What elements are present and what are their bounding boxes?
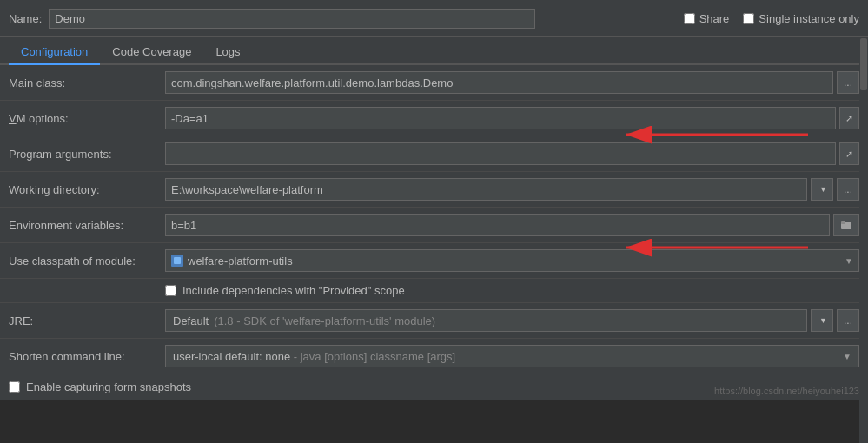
jre-label: JRE: bbox=[9, 314, 165, 327]
vm-options-input-wrap: ➚ bbox=[165, 107, 859, 129]
header-row: Name: Share Single instance only bbox=[0, 0, 868, 37]
share-checkbox[interactable] bbox=[684, 13, 695, 24]
program-args-input[interactable] bbox=[165, 142, 836, 165]
working-dir-browse-button[interactable]: ... bbox=[837, 178, 859, 201]
env-vars-row: Environment variables: bbox=[0, 208, 868, 243]
program-args-row: Program arguments: ➚ bbox=[0, 136, 868, 172]
name-input[interactable] bbox=[49, 9, 535, 29]
share-checkbox-group: Share bbox=[684, 12, 730, 25]
include-deps-label: Include dependencies with "Provided" sco… bbox=[182, 284, 405, 297]
program-args-expand-button[interactable]: ➚ bbox=[839, 142, 859, 165]
env-vars-input[interactable] bbox=[165, 214, 830, 236]
main-class-row: Main class: ... bbox=[0, 65, 868, 101]
classpath-module-name: welfare-platform-utils bbox=[188, 255, 840, 268]
shorten-cmd-input-wrap: user-local default: none - java [options… bbox=[165, 345, 859, 367]
enable-snapshots-checkbox[interactable] bbox=[9, 381, 20, 393]
working-dir-label: Working directory: bbox=[9, 183, 165, 196]
tab-logs[interactable]: Logs bbox=[203, 40, 252, 65]
share-label: Share bbox=[699, 12, 730, 25]
name-label: Name: bbox=[9, 12, 42, 25]
classpath-module-select[interactable]: welfare-platform-utils ▼ bbox=[165, 249, 859, 272]
shorten-cmd-label: Shorten command line: bbox=[9, 350, 165, 363]
tabs-row: Configuration Code Coverage Logs bbox=[0, 37, 868, 65]
include-deps-row: Include dependencies with "Provided" sco… bbox=[0, 279, 868, 303]
main-content: Main class: ... VM options: ➚ Program ar… bbox=[0, 65, 868, 400]
tab-code-coverage[interactable]: Code Coverage bbox=[100, 40, 203, 65]
enable-snapshots-label: Enable capturing form snapshots bbox=[26, 380, 191, 393]
env-vars-label: Environment variables: bbox=[9, 219, 165, 232]
vm-options-input[interactable] bbox=[165, 107, 836, 129]
shorten-cmd-select[interactable]: user-local default: none - java [options… bbox=[165, 345, 859, 367]
single-instance-checkbox-group: Single instance only bbox=[743, 12, 859, 25]
module-icon bbox=[171, 255, 183, 267]
working-dir-input-wrap: ... bbox=[165, 178, 859, 201]
classpath-dropdown-arrow-icon: ▼ bbox=[845, 256, 853, 266]
vm-options-expand-button[interactable]: ➚ bbox=[839, 107, 859, 129]
jre-hint-text: (1.8 - SDK of 'welfare-platform-utils' m… bbox=[214, 314, 435, 327]
jre-input-wrap: Default (1.8 - SDK of 'welfare-platform-… bbox=[165, 309, 859, 332]
main-class-input[interactable] bbox=[165, 71, 833, 94]
enable-snapshots-row: Enable capturing form snapshots https://… bbox=[0, 374, 868, 400]
vm-options-label: VM options: bbox=[9, 112, 165, 125]
shorten-cmd-row: Shorten command line: user-local default… bbox=[0, 339, 868, 374]
working-dir-input[interactable] bbox=[165, 178, 807, 201]
single-instance-checkbox[interactable] bbox=[743, 13, 754, 24]
jre-browse-button[interactable]: ... bbox=[837, 309, 859, 332]
classpath-input-wrap: welfare-platform-utils ▼ bbox=[165, 249, 859, 272]
main-class-label: Main class: bbox=[9, 76, 165, 89]
single-instance-label: Single instance only bbox=[759, 12, 859, 25]
jre-select[interactable]: Default (1.8 - SDK of 'welfare-platform-… bbox=[165, 309, 807, 332]
main-class-browse-button[interactable]: ... bbox=[837, 71, 859, 94]
working-dir-dropdown-button[interactable] bbox=[811, 178, 833, 201]
program-args-input-wrap: ➚ bbox=[165, 142, 859, 165]
shorten-cmd-dropdown-arrow-icon: ▼ bbox=[843, 352, 851, 361]
scrollbar-thumb[interactable] bbox=[860, 38, 867, 90]
shorten-cmd-text: user-local default: none - java [options… bbox=[173, 350, 843, 363]
program-args-label: Program arguments: bbox=[9, 148, 165, 161]
env-vars-folder-button[interactable] bbox=[833, 214, 859, 236]
vm-options-row: VM options: ➚ bbox=[0, 101, 868, 136]
scrollbar-track[interactable] bbox=[859, 37, 868, 443]
env-vars-input-wrap bbox=[165, 214, 859, 236]
jre-default-text: Default bbox=[173, 314, 209, 327]
main-class-input-wrap: ... bbox=[165, 71, 859, 94]
classpath-row: Use classpath of module: welfare-platfor… bbox=[0, 243, 868, 279]
jre-row: JRE: Default (1.8 - SDK of 'welfare-plat… bbox=[0, 303, 868, 339]
folder-icon bbox=[840, 219, 852, 231]
svg-rect-1 bbox=[841, 222, 845, 224]
include-deps-checkbox[interactable] bbox=[165, 285, 176, 296]
working-dir-row: Working directory: ... bbox=[0, 172, 868, 208]
jre-dropdown-button[interactable] bbox=[811, 309, 833, 332]
header-checkboxes: Share Single instance only bbox=[684, 12, 859, 25]
tab-configuration[interactable]: Configuration bbox=[9, 40, 100, 65]
classpath-label: Use classpath of module: bbox=[9, 255, 165, 268]
watermark-text: https://blog.csdn.net/heiyouhei123 bbox=[714, 386, 859, 396]
